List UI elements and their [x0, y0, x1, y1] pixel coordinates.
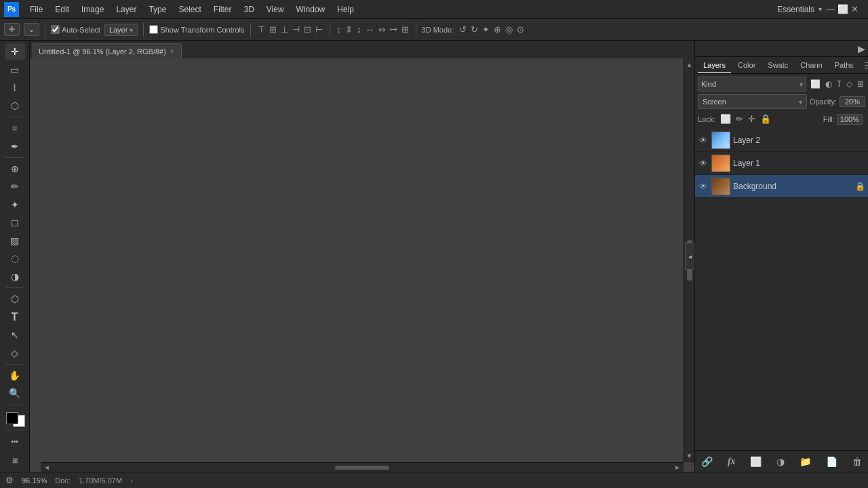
- tab-close-btn[interactable]: ×: [170, 47, 174, 55]
- layer-item-layer2[interactable]: 👁 Layer 2: [695, 129, 868, 152]
- menu-edit[interactable]: Edit: [50, 3, 75, 16]
- tab-color[interactable]: Color: [732, 58, 761, 73]
- 3d-mode-icon-2[interactable]: ↻: [469, 24, 479, 35]
- canvas-area[interactable]: Untitled-1 @ 96.1% (Layer 2, RGB/8#) × 0…: [30, 41, 694, 472]
- align-right-icon[interactable]: ⊢: [314, 24, 324, 35]
- kind-select-dropdown[interactable]: Kind: [698, 77, 806, 92]
- scroll-right-icon[interactable]: ►: [674, 464, 681, 471]
- scroll-down-icon[interactable]: ▼: [686, 452, 693, 460]
- filter-smart-icon[interactable]: ⊞: [856, 79, 865, 89]
- show-transform-input[interactable]: [149, 25, 158, 34]
- lock-position-icon[interactable]: ✏: [734, 113, 745, 125]
- hand-btn[interactable]: ✋: [5, 367, 25, 384]
- filter-shape-icon[interactable]: ◇: [845, 79, 854, 89]
- panel-menu-icon[interactable]: ☰: [862, 58, 868, 73]
- dist-vcenter-icon[interactable]: ⇕: [344, 24, 354, 35]
- move-tool-icon[interactable]: ✛: [4, 23, 20, 36]
- dist-extra-icon[interactable]: ⊞: [400, 24, 410, 35]
- gradient-btn[interactable]: ▨: [5, 232, 25, 249]
- panel-play-btn[interactable]: ▶: [858, 43, 865, 54]
- scrollbar-horizontal[interactable]: ◄ ►: [41, 462, 684, 472]
- lock-all-icon[interactable]: 🔒: [759, 113, 772, 125]
- lock-pixels-icon[interactable]: ⬜: [719, 113, 732, 125]
- menu-file[interactable]: File: [24, 3, 48, 16]
- delete-layer-icon[interactable]: 🗑: [850, 455, 864, 468]
- scroll-thumb-h[interactable]: [335, 466, 389, 470]
- lasso-tool-btn[interactable]: ⌇: [5, 79, 25, 96]
- menu-image[interactable]: Image: [76, 3, 109, 16]
- 3d-mode-icon-6[interactable]: ⊙: [515, 24, 526, 35]
- 3d-mode-icon-3[interactable]: ✦: [481, 24, 491, 35]
- 3d-mode-icon-1[interactable]: ↺: [458, 24, 468, 35]
- menu-window[interactable]: Window: [291, 3, 331, 16]
- marquee-tool-btn[interactable]: ▭: [5, 61, 25, 77]
- tab-layers[interactable]: Layers: [698, 58, 731, 73]
- move-tool-extras[interactable]: ⌄: [24, 23, 39, 36]
- link-layers-icon[interactable]: 🔗: [699, 455, 715, 468]
- menu-layer[interactable]: Layer: [111, 3, 142, 16]
- document-tab[interactable]: Untitled-1 @ 96.1% (Layer 2, RGB/8#) ×: [33, 43, 182, 58]
- fx-icon[interactable]: fx: [726, 455, 738, 468]
- auto-select-type[interactable]: Layer: [104, 24, 138, 36]
- eraser-btn[interactable]: ◻: [5, 214, 25, 230]
- brush-btn[interactable]: ✏: [5, 178, 25, 195]
- dist-right-icon[interactable]: ↦: [389, 24, 399, 35]
- pen-btn[interactable]: ⬡: [5, 291, 25, 307]
- visibility-layer2[interactable]: 👁: [698, 135, 709, 146]
- auto-select-checkbox[interactable]: Auto-Select: [51, 25, 100, 34]
- 3d-mode-icon-5[interactable]: ◎: [504, 24, 514, 35]
- 3d-mode-icon-4[interactable]: ⊕: [492, 24, 502, 35]
- more-tools-btn[interactable]: •••: [5, 433, 25, 449]
- layer-item-background[interactable]: 👁 Background 🔒: [695, 175, 868, 198]
- status-settings-icon[interactable]: ⚙: [5, 475, 14, 485]
- fill-value[interactable]: 100%: [837, 114, 863, 125]
- menu-select[interactable]: Select: [173, 3, 206, 16]
- collapse-panel-btn[interactable]: ◂: [685, 243, 694, 270]
- opacity-value[interactable]: 20%: [840, 96, 865, 107]
- foreground-color-swatch[interactable]: [6, 412, 18, 424]
- blend-mode-dropdown[interactable]: Screen: [698, 94, 807, 109]
- menu-3d[interactable]: 3D: [238, 3, 259, 16]
- dist-top-icon[interactable]: ↕: [336, 24, 343, 35]
- align-vcenter-icon[interactable]: ⊞: [268, 24, 278, 35]
- auto-select-input[interactable]: [51, 25, 60, 34]
- tab-swatches[interactable]: Swatc: [762, 58, 793, 73]
- align-top-icon[interactable]: ⊤: [256, 24, 267, 35]
- clone-btn[interactable]: ✦: [5, 197, 25, 213]
- eyedropper-btn[interactable]: ✒: [5, 138, 25, 154]
- new-layer-icon[interactable]: 📄: [824, 455, 840, 468]
- window-minimize-btn[interactable]: —: [826, 4, 835, 14]
- blur-btn[interactable]: ◌: [5, 250, 25, 266]
- adjustment-icon[interactable]: ◑: [774, 455, 787, 468]
- menu-help[interactable]: Help: [332, 3, 359, 16]
- filter-adjust-icon[interactable]: ◐: [824, 79, 833, 89]
- color-picker-area[interactable]: [5, 411, 25, 427]
- new-group-icon[interactable]: 📁: [797, 455, 813, 468]
- filter-pixel-icon[interactable]: ⬜: [809, 79, 822, 89]
- window-close-btn[interactable]: ✕: [851, 4, 859, 14]
- quick-select-btn[interactable]: ⬡: [5, 97, 25, 113]
- shape-btn[interactable]: ◇: [5, 344, 25, 361]
- status-next-icon[interactable]: ›: [130, 476, 133, 485]
- dist-hcenter-icon[interactable]: ⇔: [377, 24, 387, 35]
- zoom-btn[interactable]: 🔍: [5, 385, 25, 401]
- dist-left-icon[interactable]: ↔: [364, 24, 376, 35]
- visibility-layer1[interactable]: 👁: [698, 158, 709, 169]
- align-left-icon[interactable]: ⊣: [291, 24, 301, 35]
- dist-bottom-icon[interactable]: ↨: [355, 24, 363, 35]
- add-mask-icon[interactable]: ⬜: [748, 455, 764, 468]
- crop-tool-btn[interactable]: ⌗: [5, 120, 25, 136]
- menu-type[interactable]: Type: [143, 3, 172, 16]
- move-tool-btn[interactable]: ✛: [5, 43, 25, 60]
- path-select-btn[interactable]: ↖: [5, 327, 25, 343]
- window-restore-btn[interactable]: ⬜: [837, 4, 848, 14]
- edit-toolbar-btn[interactable]: ⊞: [5, 452, 25, 468]
- align-bottom-icon[interactable]: ⊥: [279, 24, 290, 35]
- menu-filter[interactable]: Filter: [208, 3, 237, 16]
- layer-item-layer1[interactable]: 👁 Layer 1: [695, 152, 868, 175]
- align-hcenter-icon[interactable]: ⊡: [302, 24, 313, 35]
- scroll-up-icon[interactable]: ▲: [686, 61, 693, 68]
- visibility-background[interactable]: 👁: [698, 181, 709, 192]
- scroll-left-icon[interactable]: ◄: [43, 464, 50, 471]
- filter-text-icon[interactable]: T: [835, 79, 843, 89]
